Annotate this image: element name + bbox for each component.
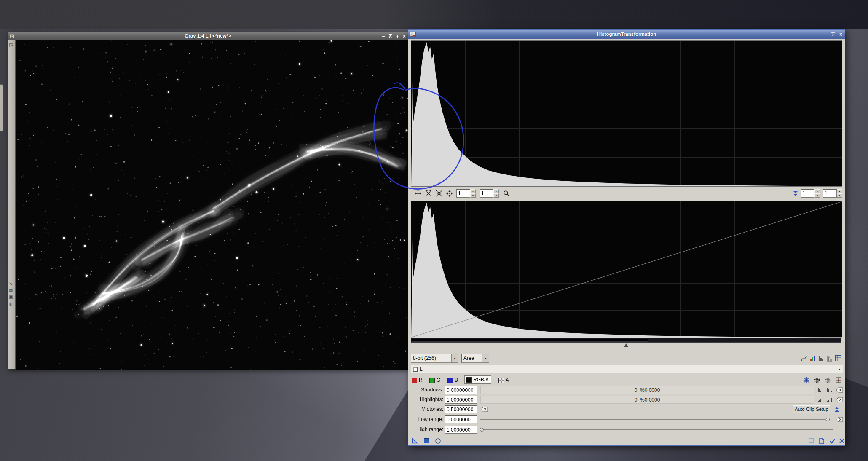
outline-bars-style-button[interactable]	[825, 354, 834, 362]
shadows-clip-percent-button[interactable]	[826, 386, 833, 394]
output-h-spinner[interactable]: ▲ ▼	[801, 189, 820, 198]
chevron-down-icon[interactable]: ▼	[838, 368, 841, 371]
zoom-in-fit-button[interactable]	[434, 189, 444, 198]
shadows-clip-count-button[interactable]	[817, 386, 824, 394]
channel-toggle-r[interactable]: R	[412, 376, 423, 384]
auto-clip-setup-button[interactable]: Auto Clip Setup	[793, 405, 830, 413]
shade-button[interactable]: ⊼	[388, 32, 392, 40]
shadows-input[interactable]	[445, 386, 477, 394]
highlights-clip-count-button[interactable]	[817, 396, 824, 403]
grid-icon	[835, 355, 841, 362]
filled-bars-style-button[interactable]	[817, 354, 825, 362]
chevron-double-up-icon	[834, 407, 839, 412]
channel-toggle-b[interactable]: B	[447, 376, 458, 384]
shadows-reset-button[interactable]	[836, 386, 843, 394]
target-mode-icon[interactable]: ◎	[9, 301, 13, 306]
edit-instance-button[interactable]	[807, 437, 815, 445]
low-range-reset-button[interactable]	[836, 416, 843, 423]
channel-label-g: G	[437, 377, 440, 383]
zoom-button[interactable]: +	[396, 32, 399, 40]
low-range-slider[interactable]	[480, 419, 830, 420]
real-time-preview-button[interactable]	[434, 437, 442, 445]
low-range-slider-handle[interactable]	[826, 418, 830, 421]
vertical-zoom-spinner[interactable]: ▲ ▼	[480, 189, 499, 198]
color-area-style-button[interactable]	[809, 354, 817, 362]
high-range-slider-handle[interactable]	[480, 428, 484, 432]
midtones-marker[interactable]	[624, 343, 628, 347]
image-window-titlebar[interactable]: ◳ Gray 1:4 L | <*new*> − ⊼ + ×	[8, 32, 408, 40]
h-zoom-up-button[interactable]: ▲	[470, 189, 476, 193]
view-selector[interactable]: L ▼	[411, 365, 843, 373]
pan-tool-button[interactable]	[413, 189, 423, 198]
document-icon	[819, 438, 825, 444]
documentation-button[interactable]	[817, 437, 826, 445]
new-instance-button[interactable]	[410, 437, 419, 445]
histogram-scrollbar[interactable]	[411, 338, 841, 343]
highlights-reset-button[interactable]	[836, 396, 843, 403]
ht-title: HistogramTransformation	[408, 32, 845, 37]
pan-mode-icon[interactable]: ↘	[9, 281, 13, 286]
workspace-tab[interactable]	[0, 84, 3, 131]
outline-bars-icon	[826, 355, 833, 362]
chevron-down-icon[interactable]: ▼	[482, 354, 489, 362]
out-v-down-button[interactable]: ▼	[837, 193, 842, 198]
v-zoom-up-button[interactable]: ▲	[493, 189, 499, 193]
close-button[interactable]: ×	[403, 32, 406, 40]
readout-target-button[interactable]	[834, 376, 843, 384]
histogram-toolbar: ▲ ▼ ▲ ▼ ▲ ▼	[411, 188, 843, 199]
curve-style-button[interactable]	[800, 354, 809, 362]
high-range-input[interactable]	[445, 426, 477, 434]
working-space-button[interactable]	[824, 376, 832, 384]
grid-mode-icon[interactable]: ▦	[9, 288, 13, 292]
output-v-spinner[interactable]: ▲ ▼	[823, 189, 842, 198]
h-zoom-down-button[interactable]: ▼	[470, 193, 476, 198]
scrollbar-thumb[interactable]	[412, 339, 648, 342]
ok-button[interactable]	[828, 437, 836, 445]
reset-button[interactable]	[838, 437, 846, 445]
vertical-zoom-input[interactable]	[480, 189, 493, 198]
chevron-down-icon[interactable]: ▼	[451, 354, 458, 362]
rollup-pin-icon[interactable]	[830, 32, 835, 38]
histogram-transfer-panel[interactable]	[411, 201, 842, 338]
plot-style-combo[interactable]: Area ▼	[461, 354, 489, 363]
image-view-canvas[interactable]	[16, 40, 409, 370]
ht-titlebar[interactable]: HistogramTransformation ×	[408, 30, 845, 39]
iconize-button[interactable]: −	[382, 32, 385, 40]
high-range-slider[interactable]	[480, 429, 833, 430]
track-cursor-button[interactable]	[445, 189, 454, 198]
low-range-input[interactable]	[445, 415, 477, 423]
output-h-input[interactable]	[801, 189, 814, 198]
settings-button[interactable]	[813, 376, 821, 384]
raw-rgb-button[interactable]	[802, 376, 811, 384]
apply-button[interactable]	[422, 437, 431, 445]
close-icon[interactable]: ×	[839, 32, 842, 38]
selection-mode-icon[interactable]: ◳	[9, 42, 13, 48]
histogram-transformation-window: HistogramTransformation ×	[408, 29, 845, 446]
high-range-label: High range:	[408, 426, 443, 432]
highlights-clip-percent-button[interactable]	[826, 396, 833, 403]
zoom-mode-button[interactable]	[502, 189, 511, 198]
histogram-top-panel[interactable]	[411, 40, 842, 187]
out-h-down-button[interactable]: ▼	[814, 193, 820, 198]
screen-mode-icon[interactable]: ▣	[9, 295, 13, 299]
contract-arrows-icon	[436, 190, 442, 197]
channel-toggle-g[interactable]: G	[429, 376, 440, 384]
out-v-up-button[interactable]: ▲	[837, 189, 842, 193]
output-v-input[interactable]	[823, 189, 837, 198]
expand-clip-section-button[interactable]	[833, 406, 841, 413]
image-window-side-toolbar[interactable]: ◳ ↘ ▦ ▣ ◎	[8, 40, 16, 369]
horizontal-zoom-spinner[interactable]: ▲ ▼	[456, 189, 476, 198]
midtones-input[interactable]	[445, 405, 477, 413]
v-zoom-down-button[interactable]: ▼	[493, 193, 499, 198]
horizontal-zoom-input[interactable]	[456, 189, 470, 198]
zoom-out-fit-button[interactable]	[424, 189, 433, 198]
green-swatch	[429, 378, 435, 383]
channel-toggle-rgbk[interactable]: RGB/K	[464, 375, 491, 384]
resolution-combo[interactable]: 8-bit (256) ▼	[411, 354, 458, 363]
midtones-reset-button[interactable]	[480, 406, 488, 413]
grid-toggle-button[interactable]	[834, 354, 842, 362]
highlights-input[interactable]	[445, 396, 477, 404]
channel-toggle-a[interactable]: A	[498, 376, 509, 384]
out-h-up-button[interactable]: ▲	[814, 189, 820, 193]
collapse-output-button[interactable]	[791, 189, 800, 198]
